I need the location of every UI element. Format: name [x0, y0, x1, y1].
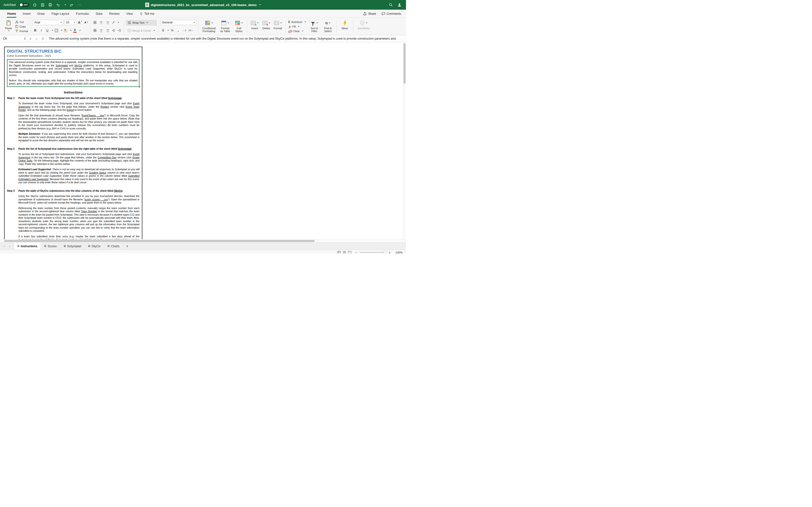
sensitivity-button[interactable]: Sensitivity: [355, 19, 372, 34]
formula-input[interactable]: This advanced scoring system (note that …: [46, 37, 406, 40]
merge-center-dropdown-icon[interactable]: [153, 30, 155, 31]
zoom-level[interactable]: 100%: [393, 251, 403, 254]
ideas-button[interactable]: Ideas: [338, 19, 351, 34]
increase-font-icon[interactable]: A: [78, 20, 83, 25]
tab-draw[interactable]: Draw: [35, 10, 48, 18]
percent-button[interactable]: %: [170, 28, 175, 33]
comments-button[interactable]: Comments: [382, 12, 401, 15]
sheet-tab-scores[interactable]: Scores: [41, 243, 60, 249]
worksheet[interactable]: DIGITAL STRUCTURES B/C Event Scoresheet …: [0, 42, 406, 239]
format-as-table-button[interactable]: Format as Table: [218, 19, 233, 34]
tab-tell-me[interactable]: Tell me: [137, 10, 157, 18]
decrease-font-icon[interactable]: A: [84, 20, 89, 25]
insert-cells-button[interactable]: + Insert: [249, 19, 260, 34]
share-button[interactable]: Share: [363, 12, 376, 15]
confirm-entry-icon[interactable]: ✓: [34, 37, 40, 41]
autosum-button[interactable]: Σ AutoSum: [287, 19, 308, 24]
next-sheet-icon[interactable]: ›: [9, 244, 10, 248]
tab-home[interactable]: Home: [4, 10, 19, 18]
horizontal-scrollbar[interactable]: [0, 239, 406, 242]
wrap-text-dropdown-icon[interactable]: [146, 22, 148, 23]
tab-data[interactable]: Data: [93, 10, 105, 18]
copy-button[interactable]: Copy: [14, 24, 29, 29]
fill-handle[interactable]: [139, 86, 140, 88]
font-name-select[interactable]: Arial: [33, 20, 63, 25]
paste-dropdown-icon[interactable]: [8, 31, 10, 32]
borders-button[interactable]: [54, 28, 59, 33]
sheet-tab-scilympiad[interactable]: Scilympiad: [60, 243, 85, 249]
font-color-dropdown-icon[interactable]: [79, 30, 81, 31]
sheet-tab-skyciv[interactable]: SkyCiv: [85, 243, 104, 249]
zoom-in-button[interactable]: +: [389, 251, 391, 254]
prev-sheet-icon[interactable]: ‹: [3, 244, 5, 248]
increase-indent-button[interactable]: [117, 28, 122, 33]
format-painter-button[interactable]: Format: [14, 29, 29, 33]
orientation-button[interactable]: [111, 20, 116, 25]
title-dropdown-icon[interactable]: [259, 4, 261, 5]
tab-page-layout[interactable]: Page Layout: [49, 10, 72, 18]
normal-view-icon[interactable]: [337, 251, 341, 254]
selected-cell-c6[interactable]: This advanced scoring system (note that …: [7, 59, 140, 87]
page-break-view-icon[interactable]: [348, 251, 351, 254]
format-cells-button[interactable]: Format: [272, 19, 284, 34]
fill-button[interactable]: Fill: [287, 24, 308, 29]
align-bottom-button[interactable]: [105, 20, 110, 25]
redo-icon[interactable]: [69, 3, 74, 7]
name-box-stepper[interactable]: [24, 38, 26, 40]
save-icon[interactable]: [40, 3, 45, 7]
clear-button[interactable]: Clear: [287, 29, 308, 33]
font-color-button[interactable]: A: [72, 28, 78, 33]
vertical-scrollbar-thumb[interactable]: [404, 43, 406, 84]
number-format-select[interactable]: General: [160, 20, 197, 25]
more-commands-icon[interactable]: ⋯: [77, 3, 82, 7]
wrap-text-button[interactable]: Wrap Text: [126, 20, 157, 25]
fill-color-button[interactable]: [63, 28, 68, 33]
document-title[interactable]: digitalstructures_2021_bc_scoresheet_adv…: [151, 3, 257, 7]
underline-button[interactable]: U: [45, 28, 50, 33]
currency-dropdown-icon[interactable]: [167, 30, 169, 31]
horizontal-scrollbar-thumb[interactable]: [4, 240, 315, 242]
tab-view[interactable]: View: [123, 10, 136, 18]
underline-dropdown-icon[interactable]: [52, 30, 53, 31]
orientation-dropdown-icon[interactable]: [118, 22, 119, 23]
zoom-slider-knob[interactable]: [383, 251, 386, 253]
align-center-button[interactable]: [99, 28, 104, 33]
sheet-tab-instructions[interactable]: Instructions: [14, 243, 41, 249]
fill-color-dropdown-icon[interactable]: [70, 30, 71, 31]
sheet-tab-charts[interactable]: Charts: [104, 243, 123, 249]
borders-dropdown-icon[interactable]: [61, 30, 62, 31]
align-middle-button[interactable]: [99, 20, 104, 25]
tab-formulas[interactable]: Formulas: [73, 10, 92, 18]
decrease-decimal-button[interactable]: .00→: [188, 28, 194, 33]
currency-button[interactable]: $: [160, 28, 166, 33]
autosave-toggle[interactable]: OFF: [19, 3, 29, 7]
zoom-out-button[interactable]: −: [355, 251, 357, 254]
comma-style-button[interactable]: ,: [176, 28, 181, 33]
undo-dropdown-icon[interactable]: [64, 4, 66, 5]
tab-insert[interactable]: Insert: [20, 10, 34, 18]
align-right-button[interactable]: [105, 28, 110, 33]
search-icon[interactable]: [389, 3, 393, 7]
insert-function-icon[interactable]: fx: [40, 37, 46, 41]
sort-filter-button[interactable]: Sort & Filter: [308, 19, 321, 34]
print-icon[interactable]: [48, 3, 52, 7]
name-box[interactable]: C6: [0, 35, 27, 42]
bold-button[interactable]: B: [33, 28, 38, 33]
align-left-button[interactable]: [93, 28, 98, 33]
undo-icon[interactable]: [56, 3, 60, 7]
page-layout-view-icon[interactable]: [343, 251, 346, 254]
paste-button[interactable]: Paste: [3, 19, 14, 34]
delete-cells-button[interactable]: × Delete: [260, 19, 272, 34]
italic-button[interactable]: I: [39, 28, 44, 33]
home-icon[interactable]: [33, 3, 37, 7]
conditional-formatting-button[interactable]: Conditional Formatting: [200, 19, 218, 34]
find-select-button[interactable]: Find & Select: [321, 19, 335, 34]
merge-center-button[interactable]: Merge & Center: [126, 28, 157, 33]
profile-icon[interactable]: [397, 3, 402, 7]
cancel-entry-icon[interactable]: ✕: [27, 37, 34, 41]
add-sheet-button[interactable]: +: [123, 243, 131, 249]
cut-button[interactable]: Cut: [14, 19, 29, 24]
align-top-button[interactable]: [93, 20, 98, 25]
decrease-indent-button[interactable]: [111, 28, 116, 33]
vertical-scrollbar[interactable]: [403, 42, 406, 239]
